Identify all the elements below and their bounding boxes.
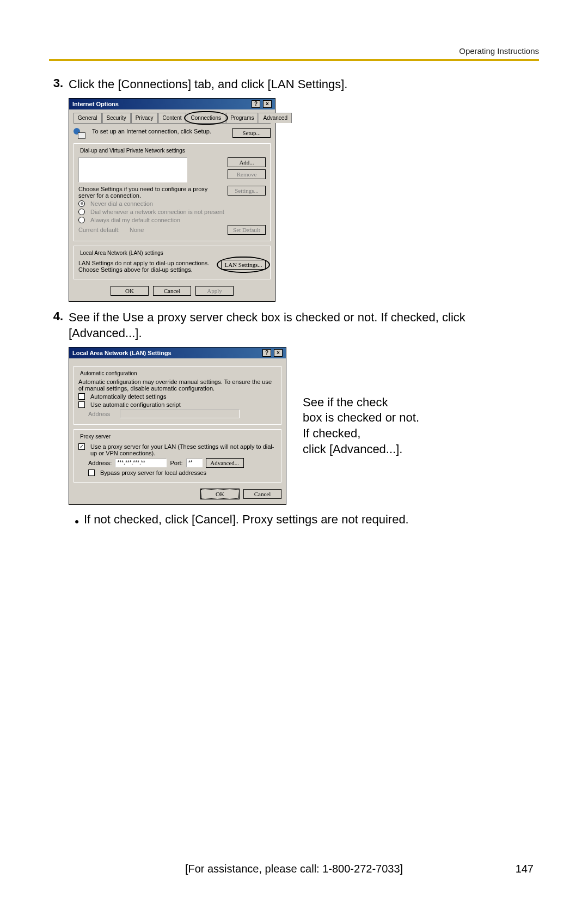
dialog-body: General Security Privacy Content Connect…: [69, 109, 275, 301]
lan-settings-circle: LAN Settings...: [221, 260, 266, 270]
auto-config-text: Automatic configuration may override man…: [78, 379, 277, 392]
footer-assistance: [For assistance, please call: 1-800-272-…: [0, 863, 588, 875]
auto-config-fieldset: Automatic configuration Automatic config…: [74, 366, 281, 425]
tab-privacy[interactable]: Privacy: [131, 113, 158, 123]
titlebar: Local Area Network (LAN) Settings ? ×: [69, 347, 286, 358]
step-number: 3.: [49, 76, 69, 93]
help-icon[interactable]: ?: [252, 100, 260, 108]
header-section-title: Operating Instructions: [459, 46, 539, 56]
tabstrip: General Security Privacy Content Connect…: [74, 113, 271, 124]
dialog-title: Internet Options: [72, 101, 119, 107]
lan-settings-button[interactable]: LAN Settings...: [221, 260, 266, 270]
close-icon[interactable]: ×: [263, 100, 272, 108]
note-bullet: • If not checked, click [Cancel]. Proxy …: [70, 513, 539, 529]
remove-button: Remove: [228, 169, 266, 179]
tab-advanced[interactable]: Advanced: [259, 113, 291, 123]
bullet-icon: •: [70, 513, 84, 529]
annot-line3: If checked,: [303, 426, 419, 442]
tab-security[interactable]: Security: [102, 113, 131, 123]
use-proxy-checkbox[interactable]: [78, 443, 85, 450]
page: Operating Instructions 3. Click the [Con…: [0, 0, 588, 909]
step-text: Click the [Connections] tab, and click […: [69, 76, 539, 93]
tab-content[interactable]: Content: [158, 113, 186, 123]
page-top-rule: [49, 59, 539, 61]
dialog-body: Automatic configuration Automatic config…: [69, 358, 286, 504]
window-controls: ? ×: [250, 100, 272, 108]
page-number: 147: [516, 863, 534, 875]
use-proxy-label: Use a proxy server for your LAN (These s…: [90, 443, 277, 456]
note-text: If not checked, click [Cancel]. Proxy se…: [84, 513, 409, 527]
step-text: See if the Use a proxy server check box …: [69, 309, 539, 341]
radio-never-dial-label: Never dial a connection: [90, 200, 153, 207]
proxy-legend: Proxy server: [78, 434, 112, 440]
radio-always-dial-label: Always dial my default connection: [90, 217, 180, 223]
lan-text: LAN Settings do not apply to dial-up con…: [78, 260, 218, 273]
lan-settings-screenshot: Local Area Network (LAN) Settings ? × Au…: [69, 347, 539, 505]
proxy-fieldset: Proxy server Use a proxy server for your…: [74, 429, 281, 483]
lan-legend: Local Area Network (LAN) settings: [78, 250, 165, 256]
annot-line2: box is checked or not.: [303, 410, 419, 426]
auto-detect-label: Automatically detect settings: [90, 393, 166, 400]
proxy-address-input[interactable]: ***.***.***.**: [115, 459, 167, 467]
auto-script-checkbox[interactable]: [78, 401, 85, 408]
ok-button[interactable]: OK: [201, 489, 239, 499]
set-default-button: Set Default: [228, 225, 266, 235]
ok-button[interactable]: OK: [111, 286, 149, 296]
add-button[interactable]: Add...: [228, 157, 266, 167]
internet-options-dialog: Internet Options ? × General Security Pr…: [69, 98, 275, 302]
settings-button: Settings...: [228, 186, 266, 196]
step-4: 4. See if the Use a proxy server check b…: [49, 309, 539, 341]
dialog-buttons: OK Cancel: [74, 489, 281, 499]
setup-text: To set up an Internet connection, click …: [92, 128, 229, 135]
step-3: 3. Click the [Connections] tab, and clic…: [49, 76, 539, 93]
connections-listbox[interactable]: [78, 157, 187, 182]
lan-settings-dialog: Local Area Network (LAN) Settings ? × Au…: [69, 347, 286, 505]
proxy-port-input[interactable]: **: [186, 459, 203, 467]
apply-button: Apply: [195, 286, 234, 296]
dialup-fieldset: Dial-up and Virtual Private Network sett…: [74, 143, 271, 241]
close-icon[interactable]: ×: [274, 349, 283, 357]
script-address-label: Address: [88, 411, 110, 417]
bypass-local-checkbox[interactable]: [88, 469, 95, 476]
current-default-value: None: [130, 227, 144, 233]
current-default-label: Current default:: [78, 227, 120, 233]
script-address-input: [120, 410, 240, 418]
dialup-legend: Dial-up and Virtual Private Network sett…: [78, 148, 187, 154]
radio-dial-when-needed-label: Dial whenever a network connection is no…: [90, 209, 224, 215]
annot-line4: click [Advanced...].: [303, 442, 419, 457]
lan-fieldset: Local Area Network (LAN) settings LAN Se…: [74, 246, 271, 279]
bypass-local-label: Bypass proxy server for local addresses: [100, 469, 206, 476]
dialog-buttons: OK Cancel Apply: [74, 286, 271, 296]
cancel-button[interactable]: Cancel: [153, 286, 191, 296]
advanced-button[interactable]: Advanced...: [206, 458, 244, 468]
radio-always-dial: [78, 217, 85, 223]
auto-script-label: Use automatic configuration script: [90, 401, 181, 408]
titlebar: Internet Options ? ×: [69, 99, 275, 109]
window-controls: ? ×: [261, 349, 283, 357]
globe-computer-icon: [74, 128, 85, 139]
cancel-button[interactable]: Cancel: [243, 489, 281, 499]
step-number: 4.: [49, 309, 69, 341]
radio-dial-when-needed: [78, 209, 85, 215]
dialog-title: Local Area Network (LAN) Settings: [72, 350, 171, 356]
help-icon[interactable]: ?: [262, 349, 271, 357]
internet-options-screenshot: Internet Options ? × General Security Pr…: [69, 98, 539, 302]
proxy-address-label: Address:: [88, 460, 112, 466]
radio-never-dial: [78, 200, 85, 207]
proxy-port-label: Port:: [170, 460, 182, 466]
setup-button[interactable]: Setup...: [232, 128, 271, 138]
content: 3. Click the [Connections] tab, and clic…: [49, 76, 539, 529]
annot-line1: See if the check: [303, 395, 419, 411]
settings-hint: Choose Settings if you need to configure…: [78, 186, 224, 199]
tab-general[interactable]: General: [74, 113, 102, 123]
annotation-callout: See if the check box is checked or not. …: [303, 395, 419, 457]
auto-config-legend: Automatic configuration: [78, 370, 139, 376]
auto-detect-checkbox[interactable]: [78, 393, 85, 400]
tab-programs[interactable]: Programs: [226, 113, 258, 123]
tab-connections[interactable]: Connections: [187, 113, 226, 123]
